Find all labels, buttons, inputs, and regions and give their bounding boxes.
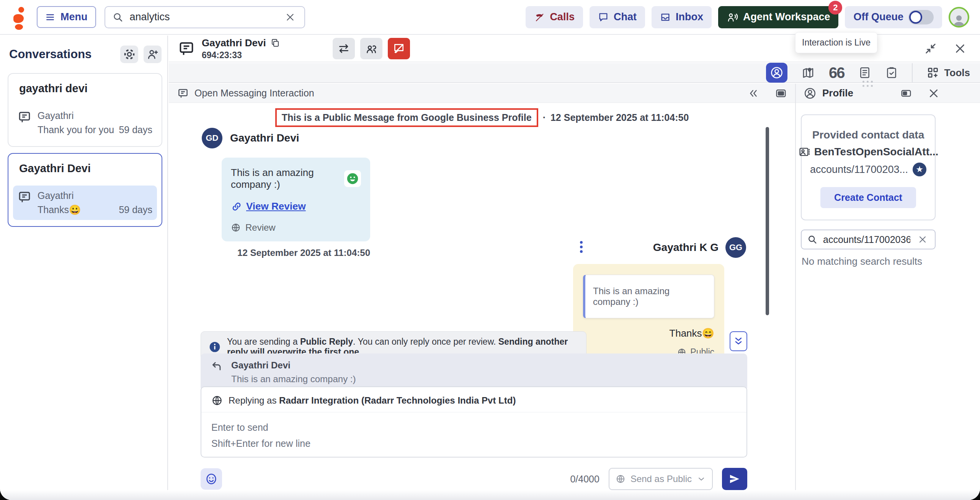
- journey-map-tab[interactable]: [801, 66, 815, 80]
- avatar: GD: [202, 128, 222, 148]
- reply-arrow-icon: [210, 360, 223, 373]
- clear-search-icon[interactable]: [916, 235, 929, 244]
- message-icon: [18, 110, 31, 124]
- reply-context: Gayathri Devi This is an amazing company…: [201, 353, 747, 391]
- notes-tab[interactable]: [858, 66, 871, 79]
- apps-grid-icon: [926, 66, 939, 79]
- message-menu-icon[interactable]: [578, 239, 585, 255]
- minimize-icon[interactable]: [924, 42, 937, 55]
- collapse-left-icon[interactable]: [748, 88, 759, 99]
- transfer-button[interactable]: [333, 38, 355, 59]
- message-sender: Gayathri Devi: [230, 132, 299, 144]
- conversation-row[interactable]: Gayathri Thank you for your valuable fee…: [13, 106, 157, 140]
- hamburger-icon: [45, 12, 55, 22]
- menu-button[interactable]: Menu: [37, 6, 96, 28]
- inbound-message: GD Gayathri Devi This is an amazing comp…: [202, 128, 370, 258]
- message-icon: [18, 190, 31, 204]
- profile-circle-icon: [804, 87, 817, 100]
- chat-button[interactable]: Chat: [590, 6, 645, 28]
- conversations-sidebar: Conversations gayathri devi Gayathri Tha…: [0, 36, 168, 500]
- banner-text: . You can only reply once per review.: [353, 337, 498, 347]
- conversation-sender: Gayathri: [38, 190, 152, 201]
- panel-drag-handle[interactable]: [862, 81, 874, 88]
- close-panel-icon[interactable]: [928, 88, 939, 99]
- note-timestamp: 12 September 2025 at 11:04:50: [550, 112, 689, 123]
- top-actions: Calls Chat Inbox Agent Workspace 2 Off Q…: [526, 6, 969, 28]
- notification-badge: 2: [828, 1, 842, 15]
- collapse-composer-icon[interactable]: [730, 331, 747, 351]
- clear-search-icon[interactable]: [283, 12, 297, 23]
- menu-label: Menu: [60, 11, 88, 23]
- profile-circle-icon: [770, 66, 784, 80]
- agent-workspace-button[interactable]: Agent Workspace 2: [718, 6, 839, 28]
- contact-name: BenTestOpenSocialAtt...: [814, 146, 939, 158]
- chat-label: Chat: [614, 11, 637, 23]
- conversation-settings-button[interactable]: [120, 46, 138, 63]
- conversation-card[interactable]: gayathri devi Gayathri Thank you for you…: [8, 73, 162, 147]
- profile-panel: Profile Provided contact data BenTestOpe…: [795, 84, 980, 500]
- conversation-card-selected[interactable]: Gayathri Devi Gayathri Thanks😀 59 days: [8, 153, 162, 227]
- calls-label: Calls: [550, 11, 575, 23]
- profile-tab-active[interactable]: [766, 63, 787, 83]
- profile-panel-header: Profile: [796, 84, 980, 103]
- queue-toggle[interactable]: [908, 10, 934, 24]
- search-icon: [112, 11, 124, 23]
- off-queue-toggle-button[interactable]: Off Queue: [845, 6, 942, 28]
- conference-button[interactable]: [360, 38, 382, 59]
- global-search: [105, 6, 305, 28]
- transfer-arrows-icon: [338, 42, 350, 55]
- app-window: Menu Calls Chat Inbox Agent Workspace: [0, 0, 980, 500]
- banner-bold: Public Reply: [300, 337, 353, 347]
- canned-responses-tab[interactable]: 66: [829, 64, 844, 81]
- provided-contact-card: Provided contact data BenTestOpenSocialA…: [801, 114, 936, 220]
- interaction-live-tooltip: Interaction is Live: [795, 32, 877, 53]
- send-button[interactable]: [722, 468, 747, 490]
- replying-as-text: Replying as: [229, 395, 279, 406]
- send-mode-dropdown[interactable]: Send as Public: [609, 468, 713, 490]
- scrollbar-thumb[interactable]: [766, 127, 769, 315]
- search-input[interactable]: [129, 11, 278, 23]
- message-sender: Gayathri K G: [653, 241, 719, 254]
- inbox-label: Inbox: [676, 11, 703, 23]
- window-bottom-edge: [0, 490, 980, 500]
- contact-search: [801, 230, 936, 249]
- character-counter: 0/4000: [570, 474, 599, 485]
- inbox-button[interactable]: Inbox: [652, 6, 712, 28]
- wrapup-tab[interactable]: [885, 66, 898, 79]
- copy-icon[interactable]: [271, 38, 280, 47]
- view-review-link[interactable]: View Review: [231, 200, 361, 212]
- gear-icon: [123, 48, 136, 60]
- conversation-preview: Thanks😀: [38, 204, 114, 215]
- toolbar-divider: [912, 63, 913, 82]
- create-contact-button[interactable]: Create Contact: [820, 187, 916, 208]
- calls-button[interactable]: Calls: [526, 6, 583, 28]
- replying-identity: Radarr Integration (Radarr Technologies …: [279, 395, 516, 406]
- quote-icon: 66: [829, 64, 844, 81]
- link-icon: [231, 201, 242, 212]
- conversation-sender: Gayathri: [38, 110, 152, 121]
- document-icon: [858, 66, 871, 79]
- inbox-tray-icon: [660, 12, 671, 23]
- user-avatar[interactable]: [949, 7, 969, 28]
- smiley-icon: [205, 472, 218, 485]
- info-icon: [209, 341, 221, 353]
- system-note: This is a Public Message from Google Bus…: [169, 108, 795, 127]
- panel-view-icon[interactable]: [775, 88, 787, 99]
- conversation-preview: Thank you for your valuable fee: [38, 124, 114, 135]
- send-mode-label: Send as Public: [630, 474, 692, 484]
- conversation-name: Gayathri Devi: [19, 162, 157, 175]
- avatar: GG: [725, 237, 746, 258]
- composer-input[interactable]: Enter to send Shift+Enter for new line: [201, 412, 746, 458]
- expand-panel-icon[interactable]: [900, 88, 912, 99]
- close-icon[interactable]: [954, 42, 966, 55]
- conversation-row[interactable]: Gayathri Thanks😀 59 days: [13, 186, 157, 220]
- conference-people-icon: [365, 42, 377, 55]
- add-person-button[interactable]: [144, 46, 162, 63]
- emoji-picker-button[interactable]: [201, 468, 222, 490]
- clipboard-check-icon: [885, 66, 898, 79]
- end-interaction-button[interactable]: [388, 38, 410, 59]
- annotation-highlight-box: This is a Public Message from Google Bus…: [275, 108, 538, 127]
- tools-button[interactable]: Tools: [926, 66, 970, 79]
- reply-context-text: This is an amazing company :): [231, 374, 356, 384]
- contact-search-input[interactable]: [822, 234, 911, 246]
